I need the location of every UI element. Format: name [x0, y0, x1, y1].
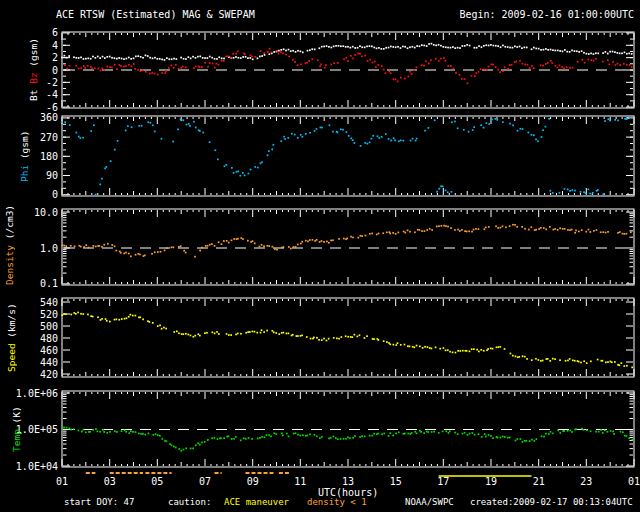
svg-text:180: 180 — [40, 151, 58, 162]
svg-text:19: 19 — [485, 476, 497, 487]
svg-text:-4: -4 — [46, 89, 58, 100]
svg-text:520: 520 — [40, 309, 58, 320]
svg-text:09: 09 — [247, 476, 259, 487]
svg-text:13: 13 — [342, 476, 354, 487]
svg-text:21: 21 — [533, 476, 545, 487]
svg-text:0: 0 — [52, 189, 58, 200]
svg-text:0.1: 0.1 — [40, 278, 58, 289]
start-doy-label: start DOY: 47 — [64, 497, 134, 507]
svg-text:2: 2 — [52, 52, 58, 63]
svg-text:01: 01 — [56, 476, 68, 487]
svg-text:03: 03 — [104, 476, 116, 487]
svg-text:05: 05 — [151, 476, 163, 487]
caution-label: caution: — [168, 497, 211, 507]
svg-text:-2: -2 — [46, 77, 58, 88]
svg-text:6: 6 — [52, 27, 58, 38]
svg-text:90: 90 — [46, 170, 58, 181]
svg-text:4: 4 — [52, 40, 58, 51]
created-timestamp: created:2009-02-17 00:13:04UTC — [470, 497, 633, 507]
svg-text:460: 460 — [40, 345, 58, 356]
svg-text:1.0: 1.0 — [40, 243, 58, 254]
panel-label-temp: Temp (K) — [11, 391, 23, 467]
svg-text:270: 270 — [40, 132, 58, 143]
agency-label: NOAA/SWPC — [405, 497, 454, 507]
panel-label-phi: Phi (gsm) — [19, 116, 31, 196]
svg-text:01: 01 — [628, 476, 640, 487]
chart-canvas: 6420-2-4-636027018090010.01.00.154052050… — [0, 0, 640, 512]
panel-label-speed: Speed (km/s) — [6, 298, 18, 377]
panel-label-density: Density (/cm3) — [4, 209, 16, 285]
svg-text:500: 500 — [40, 321, 58, 332]
svg-text:23: 23 — [580, 476, 592, 487]
svg-text:10.0: 10.0 — [34, 207, 58, 218]
svg-text:11: 11 — [294, 476, 306, 487]
svg-text:360: 360 — [40, 112, 58, 123]
density-caution-label: density < 1 — [307, 497, 367, 507]
x-tick-labels: 01030507091113151719212301 — [56, 476, 640, 487]
svg-text:07: 07 — [199, 476, 211, 487]
svg-text:15: 15 — [390, 476, 402, 487]
svg-text:420: 420 — [40, 369, 58, 380]
svg-text:-6: -6 — [46, 102, 58, 113]
svg-text:440: 440 — [40, 357, 58, 368]
panel-label-bt-bz: Bt Bz (gsm) — [28, 32, 40, 108]
ace-rtsw-plot: ACE RTSW (Estimated) MAG & SWEPAM Begin:… — [0, 0, 640, 512]
svg-text:17: 17 — [437, 476, 449, 487]
svg-text:0: 0 — [52, 65, 58, 76]
ace-maneuver-label: ACE maneuver — [224, 497, 289, 507]
svg-text:480: 480 — [40, 333, 58, 344]
svg-text:540: 540 — [40, 297, 58, 308]
